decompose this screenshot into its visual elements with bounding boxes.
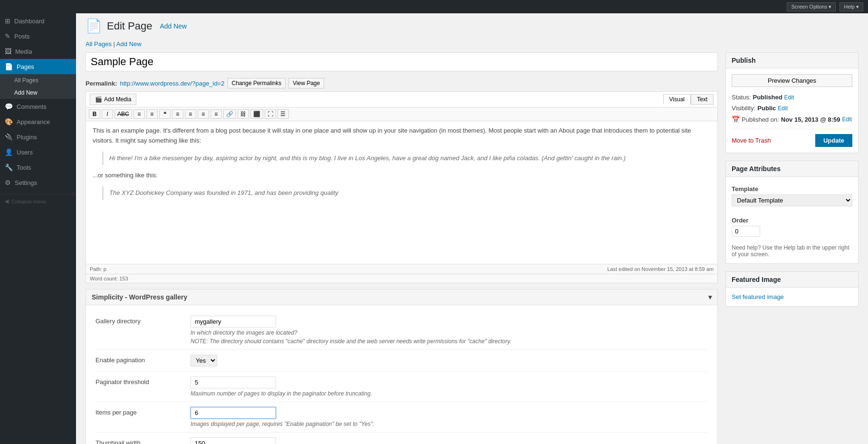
visibility-edit-link[interactable]: Edit <box>778 105 788 112</box>
publish-date-row: 📅 Published on: Nov 15, 2013 @ 8:59 Edit <box>732 114 852 125</box>
help-button[interactable]: Help ▾ <box>839 2 863 11</box>
publish-footer: Move to Trash Update <box>732 129 852 147</box>
publish-box-header: Publish <box>726 53 858 68</box>
add-media-icon: 🎬 <box>95 96 102 103</box>
add-new-link[interactable]: Add New <box>160 22 187 30</box>
gallery-threshold-input-wrapper: Maximum number of pages to display in th… <box>191 376 708 397</box>
preview-changes-button[interactable]: Preview Changes <box>732 74 852 87</box>
screen-options-button[interactable]: Screen Options ▾ <box>787 2 836 11</box>
align-left-button[interactable]: ≡ <box>172 109 183 119</box>
publish-box-content: Preview Changes Status: Published Edit V… <box>726 68 858 153</box>
italic-button[interactable]: I <box>102 109 113 119</box>
gallery-pagination-select[interactable]: Yes No <box>191 355 217 367</box>
fullscreen-button[interactable]: ⛶ <box>265 109 276 119</box>
gallery-thumb-width-input[interactable] <box>191 437 276 444</box>
page-attributes-box: Page Attributes Template Default Templat… <box>725 161 858 264</box>
ul-button[interactable]: ≡ <box>134 109 145 119</box>
order-label: Order <box>732 217 852 224</box>
set-featured-image-link[interactable]: Set featured image <box>732 293 784 300</box>
gallery-directory-label: Gallery directory <box>95 316 191 325</box>
align-center-button[interactable]: ≡ <box>185 109 196 119</box>
gallery-pagination-label: Enable pagination <box>95 355 191 364</box>
gallery-row-thumb-width: Thumbnail width Thumbnail width (in pixe… <box>95 433 708 444</box>
media-icon: 🖼 <box>5 48 11 55</box>
move-to-trash-link[interactable]: Move to Trash <box>732 137 771 144</box>
sidebar-item-label: Plugins <box>17 134 37 141</box>
published-value: Nov 15, 2013 @ 8:59 <box>781 116 840 123</box>
comments-icon: 💬 <box>5 103 13 110</box>
screen-options-arrow: ▾ <box>829 4 831 10</box>
status-edit-link[interactable]: Edit <box>784 94 794 101</box>
content-paragraph-2: ...or something like this: <box>93 171 711 181</box>
view-page-button[interactable]: View Page <box>288 78 324 88</box>
editor-word-count-bar: Word count: 153 <box>86 274 717 283</box>
sidebar-item-label: Tools <box>17 164 31 171</box>
add-new-nav-link[interactable]: Add New <box>116 40 142 48</box>
sidebar-item-tools[interactable]: 🔧 Tools <box>0 160 76 175</box>
insert-more-button[interactable]: ⬛ <box>250 109 263 119</box>
permalink-url[interactable]: http://www.wordpress.dev/?page_id=2 <box>120 80 224 87</box>
dashboard-icon: ⊞ <box>5 17 10 25</box>
permalink-label: Permalink: <box>86 80 117 87</box>
published-edit-link[interactable]: Edit <box>842 116 852 123</box>
gallery-section-content: Gallery directory In which directory the… <box>86 305 717 444</box>
page-attributes-header: Page Attributes <box>726 161 858 177</box>
word-count: Word count: 153 <box>90 276 128 281</box>
sidebar-item-dashboard[interactable]: ⊞ Dashboard <box>0 13 76 29</box>
sidebar-item-users[interactable]: 👤 Users <box>0 145 76 160</box>
ol-button[interactable]: ≡ <box>146 109 158 119</box>
update-button[interactable]: Update <box>815 134 852 147</box>
gallery-section-header[interactable]: Simplicity - WordPress gallery ▾ <box>86 290 717 305</box>
order-input[interactable] <box>732 226 760 237</box>
sidebar-item-settings[interactable]: ⚙ Settings <box>0 175 76 190</box>
gallery-row-pagination: Enable pagination Yes No <box>95 350 708 372</box>
template-label: Template <box>732 185 852 193</box>
editor-toolbar-top: 🎬 Add Media Visual Text <box>86 92 717 107</box>
template-row: Template Default Template <box>732 183 852 209</box>
align-right-button[interactable]: ≡ <box>198 109 209 119</box>
plugins-icon: 🔌 <box>5 133 13 141</box>
strikethrough-button[interactable]: ABC <box>114 109 132 119</box>
blockquote-button[interactable]: ❝ <box>159 109 171 119</box>
link-button[interactable]: 🔗 <box>223 109 236 119</box>
visual-tab[interactable]: Visual <box>663 94 691 105</box>
bold-button[interactable]: B <box>89 109 100 119</box>
visibility-value: Public <box>757 105 776 112</box>
all-pages-nav-link[interactable]: All Pages <box>86 40 112 48</box>
gallery-directory-input[interactable] <box>191 316 276 328</box>
main-content: 📄 Edit Page Add New All Pages | Add New <box>76 13 868 444</box>
publish-box: Publish Preview Changes Status: Publishe… <box>725 52 858 153</box>
change-permalink-button[interactable]: Change Permalinks <box>228 78 286 88</box>
editor-content[interactable]: This is an example page. It's different … <box>86 121 717 264</box>
appearance-icon: 🎨 <box>5 118 13 125</box>
gallery-threshold-hint: Maximum number of pages to display in th… <box>191 390 708 397</box>
kitchen-sink-button[interactable]: ☰ <box>277 109 289 119</box>
post-title-input[interactable] <box>86 52 718 71</box>
edit-page-icon: 📄 <box>86 18 102 34</box>
gallery-threshold-input[interactable] <box>191 376 276 388</box>
posts-icon: ✎ <box>5 32 10 40</box>
add-media-button[interactable]: 🎬 Add Media <box>90 94 136 105</box>
align-justify-button[interactable]: ≡ <box>210 109 222 119</box>
featured-image-box: Featured Image Set featured image <box>725 271 858 307</box>
sidebar-item-label: Comments <box>17 103 47 110</box>
tools-icon: 🔧 <box>5 164 13 171</box>
gallery-items-per-page-input[interactable] <box>191 407 276 419</box>
text-tab[interactable]: Text <box>691 94 714 105</box>
sidebar-item-media[interactable]: 🖼 Media <box>0 44 76 59</box>
sidebar-item-appearance[interactable]: 🎨 Appearance <box>0 114 76 129</box>
gallery-row-directory: Gallery directory In which directory the… <box>95 311 708 350</box>
sidebar-item-pages[interactable]: 📄 Pages <box>0 59 76 74</box>
sidebar-all-pages[interactable]: All Pages <box>10 74 76 87</box>
unlink-button[interactable]: ⛓ <box>238 109 249 119</box>
sidebar-item-posts[interactable]: ✎ Posts <box>0 29 76 44</box>
sidebar-item-plugins[interactable]: 🔌 Plugins <box>0 129 76 145</box>
featured-image-header: Featured Image <box>726 272 858 288</box>
sidebar-item-comments[interactable]: 💬 Comments <box>0 99 76 114</box>
content-paragraph-3: The XYZ Doohickey Company was founded in… <box>102 186 701 200</box>
collapse-menu[interactable]: ◀ Collapse menu <box>0 194 76 208</box>
users-icon: 👤 <box>5 148 13 156</box>
sidebar-add-new[interactable]: Add New <box>10 87 76 99</box>
template-select[interactable]: Default Template <box>732 194 852 206</box>
editor-path: Path: p <box>90 266 106 272</box>
